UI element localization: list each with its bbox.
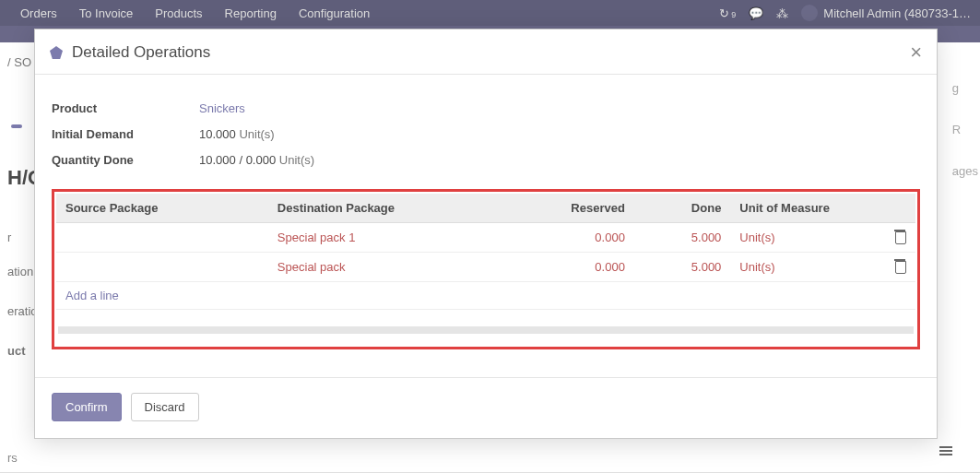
modal-overlay: Detailed Operations × Product Snickers I… [0, 0, 980, 473]
discard-button[interactable]: Discard [131, 393, 199, 421]
initial-demand-label: Initial Demand [52, 127, 199, 141]
initial-demand-value: 10.000 Unit(s) [199, 127, 275, 141]
modal-body: Product Snickers Initial Demand 10.000 U… [35, 75, 937, 355]
cell-reserved[interactable]: 0.000 [519, 253, 634, 282]
confirm-button[interactable]: Confirm [52, 393, 122, 421]
quantity-done-label: Quantity Done [52, 153, 199, 167]
cell-reserved[interactable]: 0.000 [519, 223, 634, 253]
cell-uom[interactable]: Unit(s) [730, 253, 884, 282]
moves-table: Source Package Destination Package Reser… [56, 194, 915, 326]
add-line[interactable]: Add a line [56, 282, 915, 310]
cell-done[interactable]: 5.000 [634, 253, 730, 282]
col-source: Source Package [56, 194, 268, 223]
col-dest: Destination Package [268, 194, 519, 223]
table-row[interactable]: Special pack0.0005.000Unit(s) [56, 253, 915, 282]
cell-source[interactable] [56, 223, 268, 253]
cell-uom[interactable]: Unit(s) [730, 223, 884, 253]
quantity-done-value: 10.000 / 0.000 Unit(s) [199, 153, 314, 167]
trash-icon[interactable] [894, 230, 905, 242]
modal-header: Detailed Operations × [35, 30, 937, 74]
table-scrollbar[interactable] [58, 326, 914, 334]
col-uom: Unit of Measure [730, 194, 884, 223]
cell-dest[interactable]: Special pack 1 [268, 223, 519, 253]
detailed-operations-modal: Detailed Operations × Product Snickers I… [34, 29, 938, 439]
col-done: Done [634, 194, 730, 223]
modal-footer: Confirm Discard [35, 377, 937, 438]
cell-done[interactable]: 5.000 [634, 223, 730, 253]
product-value[interactable]: Snickers [199, 101, 245, 115]
close-icon[interactable]: × [910, 42, 922, 63]
cell-dest[interactable]: Special pack [268, 253, 519, 282]
cell-source[interactable] [56, 253, 268, 282]
modal-title: Detailed Operations [72, 43, 210, 62]
moves-table-highlight: Source Package Destination Package Reser… [52, 189, 920, 349]
product-label: Product [52, 101, 199, 115]
table-row[interactable]: Special pack 10.0005.000Unit(s) [56, 223, 915, 253]
modal-icon [50, 46, 63, 59]
trash-icon[interactable] [894, 259, 905, 272]
col-reserved: Reserved [519, 194, 634, 223]
